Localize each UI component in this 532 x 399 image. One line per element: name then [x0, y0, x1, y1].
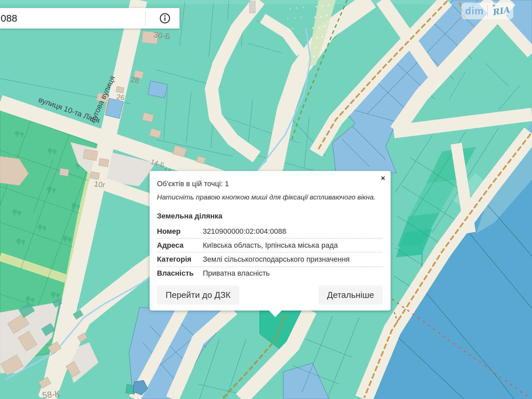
parcel-label-10g: 10г	[93, 179, 106, 189]
parcel-label-26: 26	[116, 92, 125, 102]
info-icon	[159, 12, 171, 24]
info-button[interactable]	[150, 8, 180, 29]
search-divider	[145, 12, 146, 25]
dimria-logo: dim ✶RIA	[462, 3, 513, 19]
details-button[interactable]: Детальніше	[319, 286, 383, 305]
popup-actions: Перейти до ДЗК Детальніше	[157, 286, 383, 305]
popup-hint: Натисніть правою кнопкою миші для фіксац…	[157, 193, 383, 201]
row-value: Київська область, Ірпінська міська рада	[203, 241, 383, 250]
row-value: Землі сільськогосподарського призначення	[203, 255, 383, 264]
row-label: Номер	[157, 227, 192, 236]
row-label: Адреса	[157, 241, 192, 250]
star-icon: ✶	[491, 3, 496, 8]
popup-section-title: Земельна ділянка	[157, 212, 383, 220]
table-row: Номер 3210900000:02:004:0088	[157, 225, 383, 239]
go-to-dzk-button[interactable]: Перейти до ДЗК	[157, 286, 239, 305]
logo-dim: dim	[462, 5, 487, 17]
popup-tail	[269, 310, 282, 317]
row-label: Категорія	[157, 255, 192, 264]
search-bar	[0, 8, 180, 29]
map-info-popup: ✕ Об'єктів в цій точці: 1 Натисніть прав…	[150, 171, 391, 311]
table-row: Власність Приватна власність	[157, 267, 383, 280]
parcel-attribute-table: Номер 3210900000:02:004:0088 Адреса Київ…	[157, 225, 383, 280]
table-row: Категорія Землі сільськогосподарського п…	[157, 253, 383, 267]
parcel-label-28: 28	[130, 75, 140, 85]
table-row: Адреса Київська область, Ірпінська міськ…	[157, 239, 383, 253]
popup-title: Об'єктів в цій точці: 1	[157, 180, 383, 188]
parcel-label-58k: 58-К	[42, 389, 60, 399]
logo-ria: ✶RIA	[487, 4, 514, 18]
row-value: 3210900000:02:004:0088	[203, 227, 383, 236]
close-icon[interactable]: ✕	[379, 174, 387, 183]
row-value: Приватна власність	[203, 269, 383, 278]
search-input[interactable]	[0, 13, 140, 24]
row-label: Власність	[157, 269, 192, 278]
